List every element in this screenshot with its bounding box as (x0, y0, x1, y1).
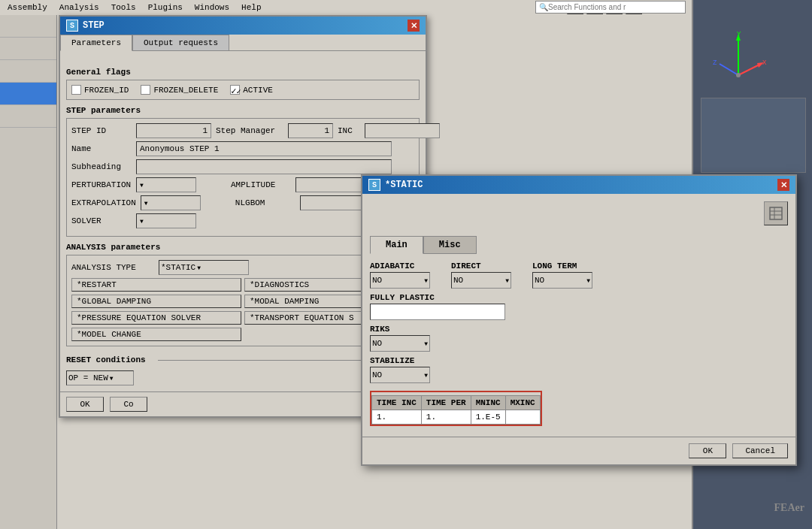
frozen-delete-label: FROZEN_DELETE (153, 86, 218, 95)
riks-value: NO (372, 339, 382, 348)
static-content: Main Misc ADIABATIC NO ▼ DIRECT NO ▼ LON… (362, 194, 795, 437)
step-manager-input[interactable] (288, 123, 333, 138)
amplitude-label: AMPLITUDE (231, 180, 291, 189)
adiabatic-select[interactable]: NO ▼ (370, 272, 430, 289)
time-per-cell[interactable]: 1. (421, 410, 471, 425)
static-dialog-title: *STATIC (385, 180, 423, 190)
name-row: Name (71, 141, 414, 156)
long-term-arrow: ▼ (586, 277, 590, 284)
global-damping-btn[interactable]: *GLOBAL DAMPING (71, 295, 241, 308)
time-per-header: TIME PER (421, 396, 471, 410)
extrapolation-select[interactable]: ▼ (141, 195, 201, 210)
mxinc-cell[interactable] (505, 410, 540, 425)
time-table-wrapper: TIME INC TIME PER MNINC MXINC 1. 1. 1.E-… (370, 391, 542, 426)
tab-main[interactable]: Main (370, 236, 423, 254)
adiabatic-value: NO (372, 276, 382, 285)
stabilize-row: STABILIZE NO ▼ (370, 356, 788, 383)
riks-arrow: ▼ (424, 340, 428, 347)
frozen-id-checkbox[interactable] (71, 85, 81, 95)
left-sidebar (0, 15, 57, 529)
perturbation-arrow: ▼ (140, 182, 144, 189)
tab-output-requests[interactable]: Output requests (132, 35, 229, 50)
perturbation-select[interactable]: ▼ (136, 177, 196, 192)
subheading-input[interactable] (136, 159, 392, 174)
svg-text:Z: Z (713, 59, 717, 67)
step-ok-button[interactable]: OK (66, 397, 104, 412)
solver-select[interactable]: ▼ (136, 213, 196, 228)
svg-line-2 (738, 64, 761, 75)
direct-arrow: ▼ (505, 277, 509, 284)
amplitude-input[interactable] (295, 177, 371, 192)
riks-select[interactable]: NO ▼ (370, 335, 430, 352)
menu-item-analysis[interactable]: Analysis (59, 3, 99, 12)
step-tab-bar: Parameters Output requests (60, 35, 426, 51)
extrapolation-arrow: ▼ (144, 200, 148, 207)
static-dialog-titlebar: S *STATIC ✕ (362, 176, 795, 194)
step-cancel-button[interactable]: Co (110, 397, 147, 412)
menu-item-windows[interactable]: Windows (195, 3, 229, 12)
stabilize-group: STABILIZE NO ▼ (370, 356, 430, 383)
3d-object (701, 98, 806, 173)
frozen-id-flag: FROZEN_ID (71, 85, 129, 95)
flags-row: FROZEN_ID FROZEN_DELETE ✓ ACTIVE (71, 85, 414, 95)
tab-misc[interactable]: Misc (423, 236, 477, 254)
model-change-btn[interactable]: *MODEL CHANGE (71, 328, 241, 341)
fully-plastic-input[interactable] (370, 304, 505, 320)
menu-item-assembly[interactable]: Assembly (8, 3, 47, 12)
op-select[interactable]: OP = NEW ▼ (66, 370, 134, 385)
property-icon-svg (768, 206, 783, 221)
analysis-type-label: ANALYSIS TYPE (71, 263, 154, 272)
analysis-type-arrow: ▼ (197, 264, 201, 271)
static-dialog-close[interactable]: ✕ (777, 179, 789, 191)
stabilize-arrow: ▼ (424, 372, 428, 379)
long-term-value: NO (535, 276, 544, 285)
riks-group: RIKS NO ▼ (370, 325, 430, 352)
reset-conditions-label: RESET conditions (66, 355, 146, 364)
property-icon[interactable] (764, 201, 788, 225)
general-flags-header: General flags (66, 68, 420, 77)
step-dialog-title: STEP (83, 20, 105, 31)
pressure-eq-btn[interactable]: *PRESSURE EQUATION SOLVER (71, 311, 241, 325)
perturbation-label: PERTURBATION (71, 180, 132, 189)
time-inc-header: TIME INC (372, 396, 422, 410)
mxinc-header: MXINC (505, 396, 540, 410)
time-inc-cell[interactable]: 1. (372, 410, 422, 425)
stabilize-select[interactable]: NO ▼ (370, 367, 430, 383)
direct-select[interactable]: NO ▼ (451, 272, 511, 289)
step-id-row: STEP ID Step Manager INC (71, 123, 414, 138)
subheading-label: Subheading (71, 162, 132, 171)
step-id-label: STEP ID (71, 126, 132, 135)
active-checkbox[interactable]: ✓ (230, 85, 240, 95)
inc-input[interactable] (365, 123, 440, 138)
prop-icon-area (370, 201, 788, 231)
step-id-input[interactable] (136, 123, 211, 138)
tab-parameters[interactable]: Parameters (60, 35, 132, 51)
fully-plastic-group: FULLY PLASTIC (370, 293, 505, 320)
static-cancel-button[interactable]: Cancel (732, 443, 788, 458)
analysis-type-select[interactable]: *STATIC ▼ (159, 260, 249, 275)
adiabatic-group: ADIABATIC NO ▼ (370, 261, 430, 289)
sidebar-item-active (0, 83, 56, 105)
long-term-select[interactable]: NO ▼ (532, 272, 592, 289)
direct-value: NO (453, 276, 463, 285)
frozen-id-label: FROZEN_ID (84, 86, 129, 95)
extrapolation-label: EXTRAPOLATION (71, 198, 136, 207)
solver-arrow: ▼ (140, 218, 144, 225)
static-tab-bar: Main Misc (370, 236, 788, 254)
mninc-cell[interactable]: 1.E-5 (471, 410, 505, 425)
restart-btn[interactable]: *RESTART (71, 278, 241, 292)
static-ok-button[interactable]: OK (689, 443, 726, 458)
svg-point-5 (736, 73, 741, 77)
nlgbom-label: NLGBOM (235, 198, 295, 207)
step-dialog-close[interactable]: ✕ (408, 20, 420, 32)
sidebar-item-5 (0, 105, 56, 128)
search-input[interactable] (548, 3, 682, 11)
menu-item-plugins[interactable]: Plugins (148, 3, 183, 12)
menu-item-help[interactable]: Help (241, 3, 261, 12)
step-params-header: STEP parameters (66, 106, 420, 115)
op-arrow: ▼ (110, 375, 114, 382)
frozen-delete-checkbox[interactable] (141, 85, 150, 95)
name-input[interactable] (136, 141, 392, 156)
menu-item-tools[interactable]: Tools (111, 3, 136, 12)
op-value: OP = NEW (68, 373, 108, 382)
